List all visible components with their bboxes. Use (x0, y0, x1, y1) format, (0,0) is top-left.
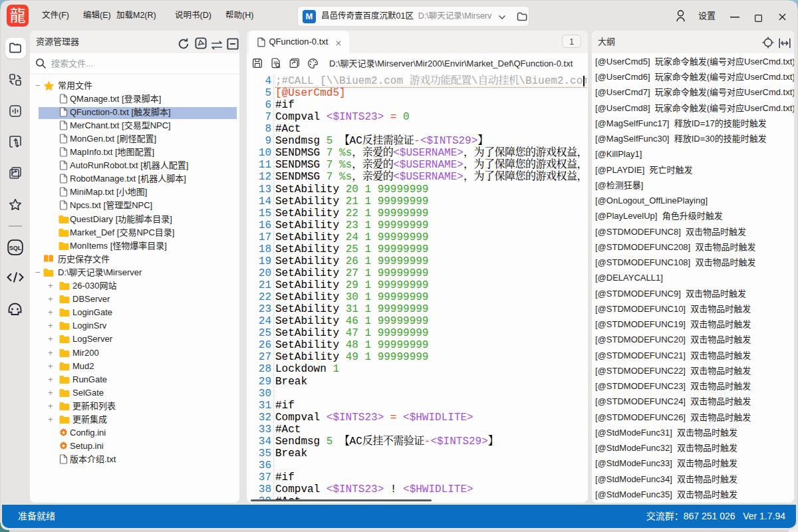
svg-text:SQL: SQL (9, 245, 22, 251)
